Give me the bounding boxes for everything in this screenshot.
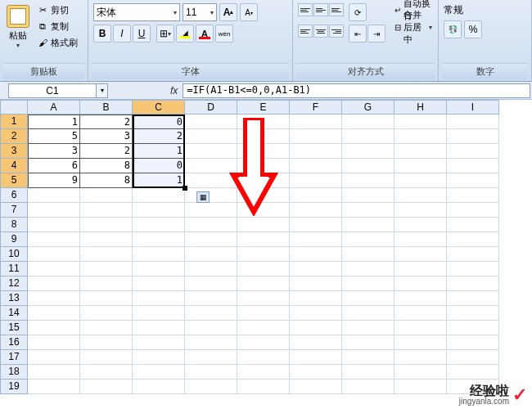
cell[interactable] [342, 159, 394, 173]
cell[interactable] [290, 129, 342, 144]
cell[interactable] [447, 129, 499, 144]
cell[interactable] [133, 306, 185, 321]
col-header-F[interactable]: F [290, 100, 342, 115]
cell[interactable] [447, 262, 499, 276]
cell[interactable] [133, 188, 185, 203]
cell[interactable] [80, 335, 133, 350]
cell[interactable] [133, 291, 185, 306]
col-header-A[interactable]: A [28, 100, 80, 115]
cell[interactable] [185, 276, 237, 291]
cell[interactable] [237, 247, 290, 262]
cell[interactable] [185, 218, 237, 232]
align-top-button[interactable] [298, 3, 313, 16]
cell[interactable] [342, 218, 394, 232]
cell[interactable] [133, 276, 185, 291]
cell[interactable] [237, 350, 290, 365]
col-header-G[interactable]: G [342, 100, 394, 115]
cell[interactable] [28, 380, 80, 394]
cell[interactable]: 1 [28, 115, 80, 129]
cell[interactable] [28, 218, 80, 232]
col-header-E[interactable]: E [237, 100, 290, 115]
col-header-I[interactable]: I [447, 100, 499, 115]
cell[interactable] [80, 291, 133, 306]
cell[interactable] [28, 350, 80, 365]
orientation-button[interactable]: ⟳ [349, 3, 367, 21]
cell[interactable]: 1 [133, 144, 185, 159]
cell[interactable] [394, 276, 447, 291]
cell[interactable] [237, 321, 290, 335]
cell[interactable] [290, 380, 342, 394]
align-middle-button[interactable] [313, 3, 328, 16]
cell[interactable] [185, 380, 237, 394]
cell[interactable] [290, 335, 342, 350]
cell[interactable]: 0 [133, 115, 185, 129]
cell[interactable] [237, 262, 290, 276]
cell[interactable] [290, 306, 342, 321]
cell[interactable] [290, 321, 342, 335]
cell[interactable] [237, 291, 290, 306]
cell[interactable] [80, 380, 133, 394]
cell[interactable] [80, 306, 133, 321]
cell[interactable] [28, 203, 80, 218]
cell[interactable] [342, 306, 394, 321]
cell[interactable] [28, 335, 80, 350]
autofill-options-button[interactable]: ▦ [196, 191, 210, 203]
col-header-C[interactable]: C [133, 100, 185, 115]
cell[interactable] [394, 335, 447, 350]
cell[interactable] [342, 262, 394, 276]
cell[interactable] [394, 306, 447, 321]
cell[interactable] [394, 350, 447, 365]
cell[interactable] [290, 262, 342, 276]
increase-indent-button[interactable]: ⇥ [367, 25, 385, 43]
cell[interactable] [237, 380, 290, 394]
cell[interactable] [394, 380, 447, 394]
cell[interactable] [290, 276, 342, 291]
cell[interactable] [447, 247, 499, 262]
cell[interactable] [133, 262, 185, 276]
cell[interactable]: 8 [80, 159, 133, 173]
cell[interactable]: 5 [28, 129, 80, 144]
cell[interactable] [290, 365, 342, 380]
formula-input[interactable]: =IF(A1-B1<=0,0,A1-B1) [183, 83, 530, 98]
row-header[interactable]: 17 [0, 350, 28, 365]
cell[interactable] [80, 321, 133, 335]
row-header[interactable]: 6 [0, 188, 28, 203]
cell[interactable] [185, 291, 237, 306]
cell[interactable] [80, 262, 133, 276]
cell[interactable] [133, 350, 185, 365]
cell[interactable] [28, 291, 80, 306]
cell[interactable] [185, 262, 237, 276]
cell[interactable] [394, 159, 447, 173]
cell[interactable] [394, 232, 447, 247]
cut-button[interactable]: ✂ 剪切 [34, 2, 79, 18]
cell[interactable] [28, 262, 80, 276]
cell[interactable] [28, 306, 80, 321]
percent-button[interactable]: % [464, 20, 482, 38]
borders-button[interactable]: ⊞▾ [156, 25, 174, 43]
cell[interactable]: 3 [80, 129, 133, 144]
cell[interactable] [447, 173, 499, 188]
align-right-button[interactable] [329, 25, 344, 38]
cell[interactable]: 6 [28, 159, 80, 173]
cell[interactable] [447, 306, 499, 321]
row-header[interactable]: 4 [0, 159, 28, 173]
cell[interactable] [28, 276, 80, 291]
cell[interactable] [342, 203, 394, 218]
row-header[interactable]: 10 [0, 247, 28, 262]
cell[interactable] [185, 306, 237, 321]
cell[interactable] [394, 321, 447, 335]
cell[interactable] [447, 365, 499, 380]
cell[interactable] [80, 232, 133, 247]
row-header[interactable]: 9 [0, 232, 28, 247]
cell[interactable] [237, 276, 290, 291]
cell[interactable] [447, 159, 499, 173]
row-header[interactable]: 16 [0, 335, 28, 350]
cell[interactable] [447, 188, 499, 203]
cell[interactable] [290, 291, 342, 306]
font-color-button[interactable]: A [196, 25, 214, 43]
cell[interactable] [394, 115, 447, 129]
row-header[interactable]: 19 [0, 380, 28, 394]
fx-icon[interactable]: fx [170, 85, 178, 97]
cell[interactable] [342, 173, 394, 188]
cell[interactable] [394, 129, 447, 144]
